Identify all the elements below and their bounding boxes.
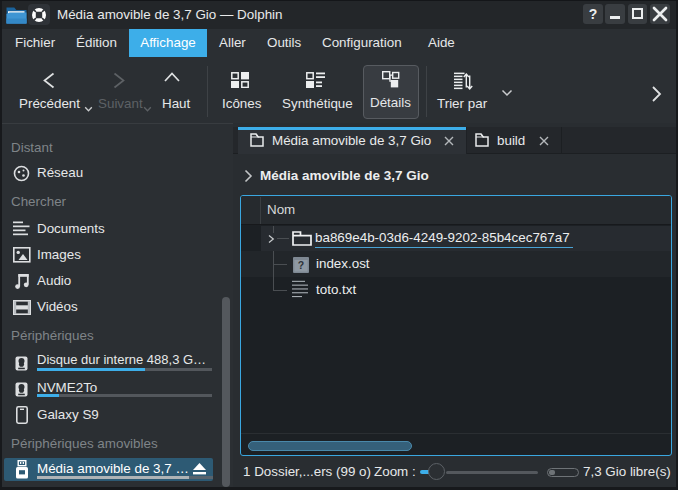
svg-text:?: ? xyxy=(298,259,304,271)
